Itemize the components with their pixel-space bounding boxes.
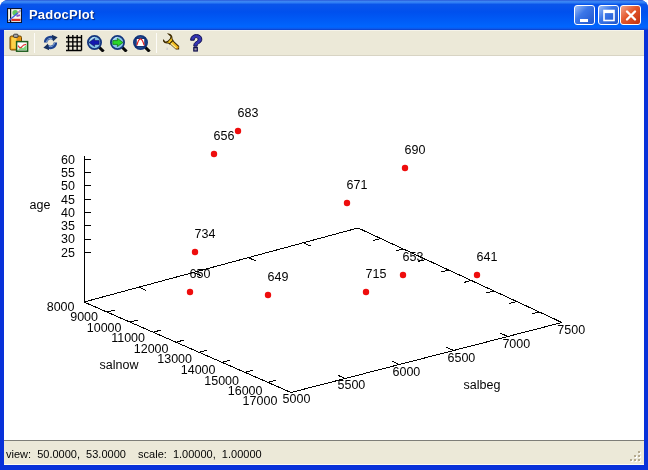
svg-text:25: 25 [61,246,75,260]
svg-text:40: 40 [61,206,75,220]
svg-text:45: 45 [61,193,75,207]
svg-text:5500: 5500 [337,378,365,392]
svg-text:656: 656 [214,129,235,143]
svg-text:715: 715 [366,267,387,281]
svg-text:653: 653 [403,250,424,264]
svg-text:salbeg: salbeg [464,378,501,392]
svg-text:671: 671 [347,178,368,192]
svg-text:50: 50 [61,179,75,193]
svg-text:35: 35 [61,219,75,233]
svg-text:salnow: salnow [100,358,140,372]
svg-text:6500: 6500 [447,351,475,365]
svg-text:683: 683 [238,106,259,120]
svg-text:17000: 17000 [243,394,278,408]
svg-text:690: 690 [405,143,426,157]
svg-text:6000: 6000 [392,365,420,379]
svg-text:age: age [30,198,51,212]
svg-text:30: 30 [61,232,75,246]
svg-text:55: 55 [61,166,75,180]
svg-text:641: 641 [477,250,498,264]
svg-text:734: 734 [195,227,216,241]
svg-text:60: 60 [61,153,75,167]
svg-text:650: 650 [190,267,211,281]
svg-text:649: 649 [268,270,289,284]
svg-text:7000: 7000 [502,337,530,351]
svg-text:5000: 5000 [283,392,311,406]
svg-text:7500: 7500 [557,323,585,337]
